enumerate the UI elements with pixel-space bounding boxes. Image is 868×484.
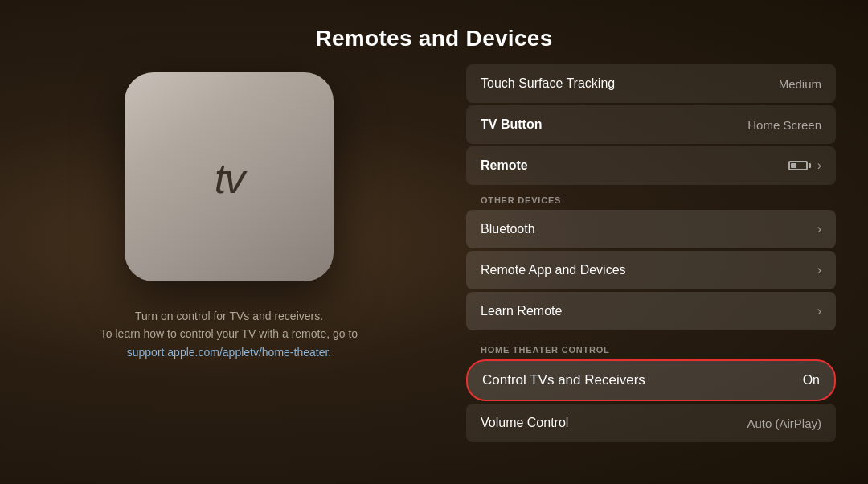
battery-icon	[788, 161, 811, 170]
page-title: Remotes and Devices	[0, 26, 868, 51]
learn-remote-chevron: ›	[817, 304, 821, 318]
tv-button-value: Home Screen	[747, 118, 821, 132]
remote-label: Remote	[481, 158, 528, 173]
bluetooth-row[interactable]: Bluetooth ›	[466, 210, 836, 248]
volume-control-row[interactable]: Volume Control Auto (AirPlay)	[466, 404, 836, 442]
tv-button-row[interactable]: TV Button Home Screen	[466, 105, 836, 144]
bluetooth-chevron-icon: ›	[817, 222, 821, 236]
control-tvs-value: On	[803, 373, 820, 388]
remote-app-chevron-icon: ›	[817, 263, 821, 277]
bluetooth-label: Bluetooth	[481, 222, 535, 236]
remote-app-chevron: ›	[817, 263, 821, 277]
tv-label: tv	[215, 154, 244, 203]
left-panel: tv Turn on control for TVs and receivers…	[48, 72, 410, 361]
volume-control-value: Auto (AirPlay)	[747, 416, 821, 430]
learn-remote-chevron-icon: ›	[817, 304, 821, 318]
control-tvs-row[interactable]: Control TVs and Receivers On	[466, 359, 836, 401]
touch-surface-row[interactable]: Touch Surface Tracking Medium	[466, 64, 836, 103]
appletv-image: tv	[125, 72, 334, 281]
remote-app-row[interactable]: Remote App and Devices ›	[466, 251, 836, 289]
control-tvs-label: Control TVs and Receivers	[482, 372, 645, 388]
remote-app-label: Remote App and Devices	[481, 263, 626, 277]
description-text: Turn on control for TVs and receivers. T…	[100, 307, 358, 361]
remote-value: ›	[788, 158, 821, 173]
other-devices-section-header: OTHER DEVICES	[466, 187, 836, 210]
volume-control-label: Volume Control	[481, 416, 568, 430]
touch-surface-value: Medium	[779, 77, 821, 91]
remote-row[interactable]: Remote ›	[466, 146, 836, 185]
bluetooth-chevron: ›	[817, 222, 821, 236]
home-theater-section-header: HOME THEATER CONTROL	[466, 337, 836, 359]
learn-remote-row[interactable]: Learn Remote ›	[466, 292, 836, 330]
touch-surface-label: Touch Surface Tracking	[481, 76, 615, 91]
tv-button-label: TV Button	[481, 117, 542, 132]
right-panel: Touch Surface Tracking Medium TV Button …	[466, 64, 836, 445]
learn-remote-label: Learn Remote	[481, 304, 562, 318]
remote-chevron-icon: ›	[817, 158, 821, 173]
